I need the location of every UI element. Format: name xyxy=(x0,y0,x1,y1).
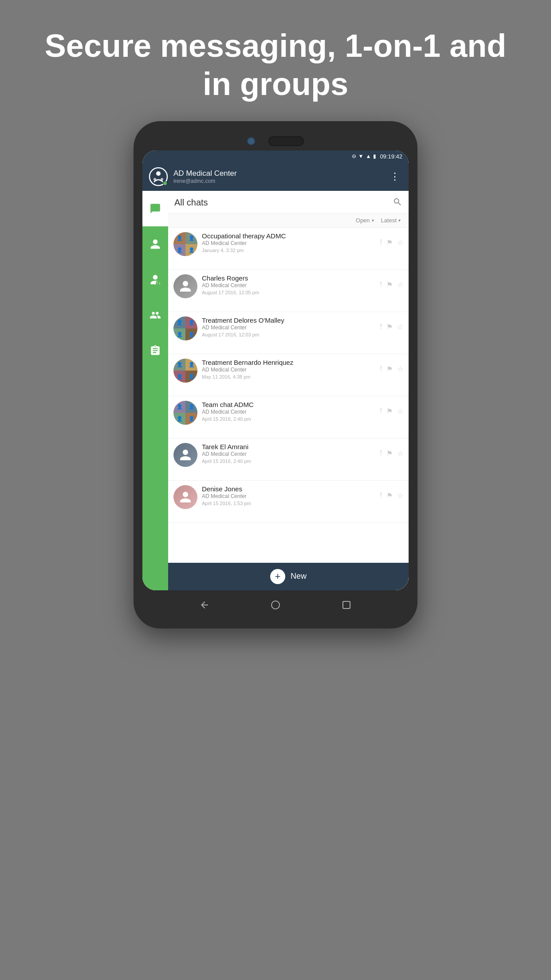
chat-item-6[interactable]: Tarek El Amrani AD Medical Center April … xyxy=(168,439,409,481)
avatar-group-1: 👤 👤 👤 👤 xyxy=(173,232,197,256)
wifi-icon: ▼ xyxy=(358,153,364,159)
chat-time-1: January 4, 3:32 pm xyxy=(202,248,380,253)
chat-body-5: Team chat ADMC AD Medical Center April 1… xyxy=(202,401,380,422)
alert-icon[interactable]: ! xyxy=(380,238,382,246)
filter-open-button[interactable]: Open ▾ xyxy=(352,216,378,225)
main-content: + xyxy=(142,191,409,590)
chat-actions-1: ! ⚑ ☆ xyxy=(380,232,403,247)
avatar-delores: 👤 👤 👤 👤 xyxy=(173,316,197,340)
flag-icon[interactable]: ⚑ xyxy=(386,281,393,289)
chat-body-2: Charles Rogers AD Medical Center August … xyxy=(202,274,380,295)
person-silhouette xyxy=(179,490,192,504)
chat-actions-2: ! ⚑ ☆ xyxy=(380,274,403,289)
chat-item-4[interactable]: 👤 👤 👤 👤 Treatment Bernardo Henriquez AD … xyxy=(168,354,409,396)
chat-list: 👤 👤 👤 👤 Occupational therapy ADMC AD Med… xyxy=(168,228,409,563)
chat-item-5[interactable]: 👤 👤 👤 👤 Team chat ADMC AD Medical Center… xyxy=(168,396,409,439)
star-icon[interactable]: ☆ xyxy=(397,281,403,289)
star-icon[interactable]: ☆ xyxy=(397,238,403,247)
alert-icon[interactable]: ! xyxy=(380,491,382,499)
alert-icon[interactable]: ! xyxy=(380,365,382,373)
chat-time-2: August 17 2016, 12:05 pm xyxy=(202,290,380,295)
flag-icon[interactable]: ⚑ xyxy=(386,323,393,331)
sidebar-item-groups[interactable] xyxy=(142,297,168,333)
chat-org-5: AD Medical Center xyxy=(202,409,380,415)
star-icon[interactable]: ☆ xyxy=(397,365,403,373)
app-title: AD Medical Center xyxy=(173,169,382,178)
filter-latest-label: Latest xyxy=(381,217,397,224)
home-icon xyxy=(270,600,281,610)
face-icon: 👤 xyxy=(173,401,185,413)
face-icon: 👤 xyxy=(185,371,197,383)
new-chat-bar[interactable]: + New xyxy=(168,563,409,590)
face-icon: 👤 xyxy=(185,244,197,256)
clipboard-icon xyxy=(150,345,161,356)
alert-icon[interactable]: ! xyxy=(380,281,382,288)
chat-item-1[interactable]: 👤 👤 👤 👤 Occupational therapy ADMC AD Med… xyxy=(168,228,409,270)
alert-icon[interactable]: ! xyxy=(380,407,382,415)
phone-frame: ⊖ ▼ ▲ ▮ 09:19:42 AD Medical Center xyxy=(134,121,417,628)
star-icon[interactable]: ☆ xyxy=(397,407,403,415)
chat-time-4: May 11 2016, 4:38 pm xyxy=(202,374,380,379)
chat-time-6: April 15 2016, 2:40 pm xyxy=(202,458,380,464)
face-icon: 👤 xyxy=(185,316,197,328)
star-icon[interactable]: ☆ xyxy=(397,449,403,458)
plus-icon: + xyxy=(275,572,281,581)
home-button[interactable] xyxy=(269,598,282,612)
chat-icon xyxy=(150,203,161,214)
chat-actions-5: ! ⚑ ☆ xyxy=(380,401,403,415)
chat-name-7: Denise Jones xyxy=(202,485,380,493)
sidebar-item-contacts[interactable] xyxy=(142,226,168,262)
sidebar-item-notes[interactable] xyxy=(142,333,168,368)
chat-list-title: All chats xyxy=(174,198,208,208)
face-icon: 👤 xyxy=(173,232,185,244)
menu-button[interactable]: ⋮ xyxy=(387,169,402,184)
flag-icon[interactable]: ⚑ xyxy=(386,449,393,458)
phone-top xyxy=(142,130,409,150)
chat-org-1: AD Medical Center xyxy=(202,240,380,246)
chat-item-7[interactable]: Denise Jones AD Medical Center April 15 … xyxy=(168,481,409,523)
chat-body-1: Occupational therapy ADMC AD Medical Cen… xyxy=(202,232,380,253)
chat-org-2: AD Medical Center xyxy=(202,282,380,288)
chat-item-2[interactable]: Charles Rogers AD Medical Center August … xyxy=(168,270,409,312)
recents-button[interactable] xyxy=(340,598,353,612)
svg-point-6 xyxy=(272,601,279,609)
avatar-charles xyxy=(173,274,197,298)
search-button[interactable] xyxy=(393,197,402,209)
chat-name-3: Treatment Delores O'Malley xyxy=(202,316,380,324)
alert-icon[interactable]: ! xyxy=(380,449,382,457)
face-icon: 👤 xyxy=(173,413,185,425)
back-button[interactable] xyxy=(198,598,211,612)
face-icon: 👤 xyxy=(185,359,197,371)
person-silhouette xyxy=(179,448,192,462)
new-chat-plus-circle: + xyxy=(270,569,285,584)
flag-icon[interactable]: ⚑ xyxy=(386,238,393,247)
patient-icon: + xyxy=(150,274,161,285)
chat-name-6: Tarek El Amrani xyxy=(202,443,380,450)
chat-time-7: April 15 2016, 1:53 pm xyxy=(202,501,380,506)
front-camera xyxy=(247,137,255,145)
signal-icon: ▲ xyxy=(366,153,371,159)
app-subtitle: irene@admc.com xyxy=(173,178,382,184)
sidebar: + xyxy=(142,191,168,590)
flag-icon[interactable]: ⚑ xyxy=(386,407,393,415)
flag-icon[interactable]: ⚑ xyxy=(386,491,393,500)
chat-name-2: Charles Rogers xyxy=(202,274,380,282)
sidebar-item-patients[interactable]: + xyxy=(142,262,168,297)
person-silhouette xyxy=(179,280,192,293)
avatar-bernardo: 👤 👤 👤 👤 xyxy=(173,359,197,383)
chat-item-3[interactable]: 👤 👤 👤 👤 Treatment Delores O'Malley AD Me… xyxy=(168,312,409,354)
star-icon[interactable]: ☆ xyxy=(397,323,403,331)
online-indicator xyxy=(163,181,167,186)
svg-point-1 xyxy=(156,171,161,176)
chat-org-7: AD Medical Center xyxy=(202,493,380,499)
svg-rect-7 xyxy=(343,601,350,609)
chat-time-5: April 15 2016, 2:40 pm xyxy=(202,416,380,422)
battery-icon: ▮ xyxy=(373,153,376,159)
chat-list-area: All chats Open ▾ Latest ▾ xyxy=(168,191,409,590)
alert-icon[interactable]: ! xyxy=(380,323,382,331)
filter-latest-button[interactable]: Latest ▾ xyxy=(378,216,404,225)
star-icon[interactable]: ☆ xyxy=(397,491,403,500)
sidebar-item-chat[interactable] xyxy=(142,191,168,226)
flag-icon[interactable]: ⚑ xyxy=(386,365,393,373)
chat-actions-3: ! ⚑ ☆ xyxy=(380,316,403,331)
